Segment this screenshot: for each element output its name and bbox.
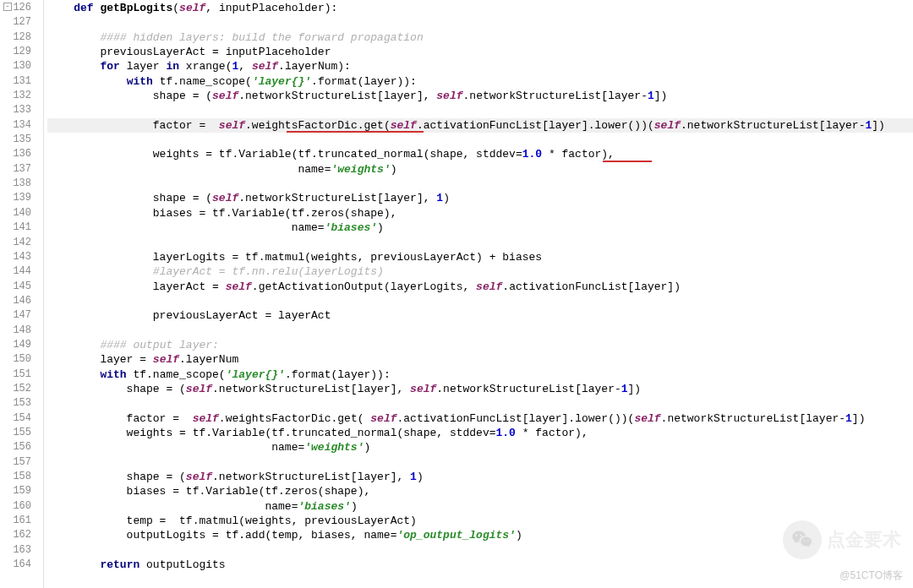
line-number: 144: [0, 264, 43, 279]
footer-attribution: @51CTO博客: [839, 569, 903, 583]
line-number: 151: [0, 368, 43, 382]
code-line[interactable]: layerLogits = tf.matmul(weights, previou…: [47, 250, 913, 264]
line-number: 138: [0, 177, 43, 191]
line-number: 130: [0, 59, 43, 74]
line-number: 159: [0, 484, 43, 498]
line-number: 164: [0, 558, 43, 572]
code-area[interactable]: def getBpLogits(self, inputPlaceholder):…: [44, 0, 913, 588]
code-line[interactable]: weights = tf.Variable(tf.truncated_norma…: [47, 147, 913, 161]
code-line[interactable]: [47, 133, 913, 147]
line-number: 127: [0, 15, 43, 30]
code-line[interactable]: shape = (self.networkStructureList[layer…: [47, 191, 913, 205]
code-line[interactable]: name='biases'): [47, 499, 913, 514]
line-number: 148: [0, 324, 43, 338]
line-number: 150: [0, 352, 43, 367]
line-number: 155: [0, 426, 43, 440]
fold-handle[interactable]: -: [3, 3, 12, 11]
line-number: 136: [0, 147, 43, 161]
line-number: 129: [0, 45, 43, 59]
line-number: 161: [0, 514, 43, 528]
line-number: 137: [0, 162, 43, 177]
code-line[interactable]: [47, 324, 913, 338]
line-number-gutter[interactable]: -126127128129130131132133134135136137138…: [0, 0, 44, 588]
code-line[interactable]: #### output layer:: [47, 338, 913, 352]
code-line[interactable]: [47, 396, 913, 411]
line-number: 141: [0, 220, 43, 235]
code-line[interactable]: weights = tf.Variable(tf.truncated_norma…: [47, 426, 913, 440]
code-line[interactable]: return outputLogits: [47, 558, 913, 572]
line-number: 156: [0, 440, 43, 455]
code-line[interactable]: with tf.name_scope('layer{}'.format(laye…: [47, 368, 913, 382]
line-number: 145: [0, 280, 43, 294]
line-number: 128: [0, 30, 43, 45]
code-line[interactable]: shape = (self.networkStructureList[layer…: [47, 382, 913, 396]
line-number: 140: [0, 206, 43, 220]
line-number: 160: [0, 499, 43, 514]
code-line[interactable]: for layer in xrange(1, self.layerNum):: [47, 59, 913, 74]
code-line[interactable]: biases = tf.Variable(tf.zeros(shape),: [47, 206, 913, 220]
watermark-text: 点金要术: [827, 527, 901, 553]
code-line[interactable]: #### hidden layers: build the forward pr…: [47, 30, 913, 45]
line-number: 149: [0, 338, 43, 352]
code-line[interactable]: name='weights'): [47, 440, 913, 455]
line-number: 135: [0, 133, 43, 147]
code-line[interactable]: layerAct = self.getActivationOutput(laye…: [47, 280, 913, 294]
code-editor[interactable]: -126127128129130131132133134135136137138…: [0, 0, 913, 588]
line-number: 162: [0, 528, 43, 542]
code-line[interactable]: factor = self.weightsFactorDic.get( self…: [47, 411, 913, 426]
code-line[interactable]: previousLayerAct = layerAct: [47, 308, 913, 323]
code-line[interactable]: factor = self.weightsFactorDic.get(self.…: [47, 118, 913, 133]
line-number: 157: [0, 455, 43, 470]
line-number: 163: [0, 543, 43, 558]
line-number: 132: [0, 89, 43, 103]
code-line[interactable]: [47, 15, 913, 30]
code-line[interactable]: def getBpLogits(self, inputPlaceholder):: [47, 1, 913, 15]
code-line[interactable]: biases = tf.Variable(tf.zeros(shape),: [47, 484, 913, 498]
watermark: 点金要术: [783, 520, 901, 559]
code-line[interactable]: shape = (self.networkStructureList[layer…: [47, 89, 913, 103]
code-line[interactable]: [47, 294, 913, 308]
code-line[interactable]: previousLayerAct = inputPlaceholder: [47, 45, 913, 59]
line-number: 152: [0, 382, 43, 396]
code-line[interactable]: name='weights'): [47, 162, 913, 177]
line-number: 154: [0, 411, 43, 426]
code-line[interactable]: [47, 177, 913, 191]
line-number: 146: [0, 294, 43, 308]
line-number: 134: [0, 118, 43, 133]
code-line[interactable]: shape = (self.networkStructureList[layer…: [47, 470, 913, 484]
code-line[interactable]: layer = self.layerNum: [47, 352, 913, 367]
line-number: 143: [0, 250, 43, 264]
code-line[interactable]: #layerAct = tf.nn.relu(layerLogits): [47, 264, 913, 279]
code-line[interactable]: [47, 103, 913, 117]
code-line[interactable]: name='biases'): [47, 220, 913, 235]
code-line[interactable]: with tf.name_scope('layer{}'.format(laye…: [47, 74, 913, 89]
line-number: 133: [0, 103, 43, 117]
line-number: 153: [0, 396, 43, 411]
line-number: 142: [0, 236, 43, 250]
code-line[interactable]: [47, 455, 913, 470]
line-number: 131: [0, 74, 43, 89]
line-number: 139: [0, 191, 43, 205]
line-number: 147: [0, 308, 43, 323]
code-line[interactable]: [47, 236, 913, 250]
line-number: 158: [0, 470, 43, 484]
wechat-icon: [783, 520, 822, 559]
